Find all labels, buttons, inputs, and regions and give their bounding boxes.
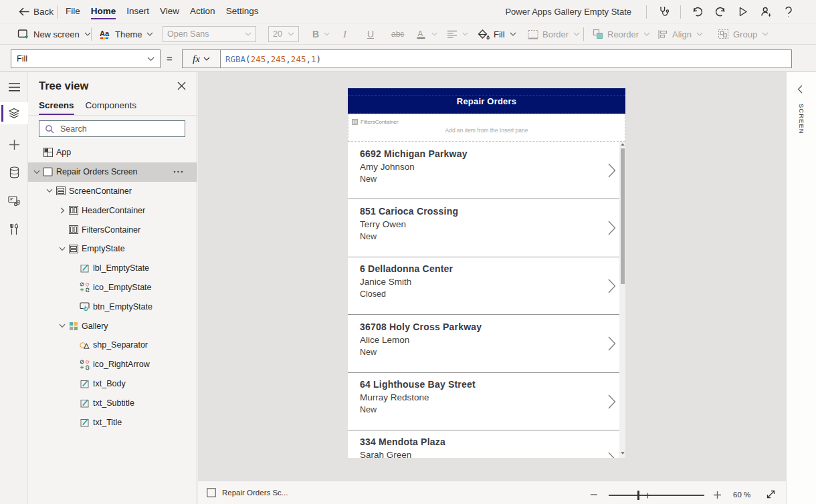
- group-button[interactable]: Group: [718, 24, 769, 44]
- tree-item-screencontainer[interactable]: ScreenContainer: [28, 182, 197, 201]
- theme-button[interactable]: Aa Theme: [100, 24, 153, 44]
- data-rail-icon[interactable]: [0, 160, 28, 184]
- chevron-right-icon[interactable]: [608, 394, 616, 409]
- more-options-icon[interactable]: [173, 170, 183, 173]
- fit-to-window-icon[interactable]: [766, 489, 776, 499]
- undo-icon[interactable]: [686, 6, 709, 17]
- scroll-down-icon[interactable]: [620, 452, 625, 457]
- font-size-select[interactable]: 20: [268, 26, 299, 42]
- share-icon[interactable]: [754, 6, 777, 18]
- tree-item-txt-subtitle[interactable]: txt_Subtitle: [28, 393, 197, 412]
- chevron-down-icon[interactable]: [45, 188, 54, 193]
- bold-button[interactable]: B: [312, 24, 330, 44]
- filters-container-label: FiltersContainer: [352, 119, 398, 125]
- hamburger-menu-icon[interactable]: [0, 75, 28, 99]
- insert-rail-icon[interactable]: [0, 132, 28, 156]
- menu-settings[interactable]: Settings: [226, 5, 259, 19]
- chevron-right-icon[interactable]: [608, 336, 616, 351]
- zoom-percentage[interactable]: 60 %: [733, 491, 750, 499]
- new-screen-button[interactable]: New screen: [17, 24, 91, 44]
- chevron-right-icon[interactable]: [608, 452, 616, 458]
- search-box[interactable]: [39, 120, 185, 137]
- app-header[interactable]: Repair Orders: [348, 88, 625, 114]
- text-align-button[interactable]: [447, 24, 468, 44]
- gallery-row[interactable]: 36708 Holy Cross Parkway Alice Lemon New: [348, 315, 625, 372]
- font-color-button[interactable]: A: [416, 24, 437, 44]
- fx-select-button[interactable]: fx: [182, 49, 220, 68]
- menu-home[interactable]: Home: [91, 5, 116, 19]
- align-button[interactable]: Align: [657, 24, 703, 44]
- tree-item-txt-title[interactable]: txt_Title: [28, 412, 197, 432]
- gallery-control[interactable]: 6692 Michigan Parkway Amy Johnson New 85…: [348, 142, 625, 458]
- italic-button[interactable]: I: [343, 24, 346, 44]
- media-rail-icon[interactable]: [0, 188, 28, 213]
- gallery-row[interactable]: 851 Carioca Crossing Terry Owen New: [348, 199, 625, 257]
- reorder-button[interactable]: Reorder: [593, 24, 650, 44]
- chevron-down-icon[interactable]: [32, 170, 41, 174]
- scrollbar-thumb[interactable]: [621, 148, 625, 284]
- tree-item-label: FiltersContainer: [82, 225, 140, 235]
- button-icon: [80, 302, 90, 311]
- text-align-icon: [447, 30, 457, 39]
- underline-button[interactable]: U: [367, 24, 374, 44]
- redo-icon[interactable]: [709, 6, 732, 17]
- tree-item-filterscontainer[interactable]: FiltersContainer: [28, 220, 197, 239]
- tree-item-emptystate[interactable]: EmptyState: [28, 239, 197, 259]
- strikethrough-button[interactable]: abc: [391, 24, 404, 44]
- play-icon[interactable]: [732, 6, 754, 17]
- zoom-in-icon[interactable]: [713, 491, 722, 499]
- tree-item-repair-orders-screen[interactable]: Repair Orders Screen: [28, 162, 197, 182]
- filters-container[interactable]: FiltersContainer Add an item from the In…: [348, 114, 625, 142]
- chevron-right-icon[interactable]: [608, 279, 616, 293]
- search-input[interactable]: [60, 124, 167, 134]
- advanced-tools-rail-icon[interactable]: [0, 217, 28, 241]
- border-label: Border: [542, 29, 569, 39]
- chevron-down-icon[interactable]: [58, 324, 67, 328]
- gallery-row[interactable]: 334 Mendota Plaza Sarah Green New: [348, 430, 625, 458]
- zoom-out-icon[interactable]: [590, 491, 598, 499]
- tree-item-ico-rightarrow[interactable]: ico_RightArrow: [28, 355, 197, 374]
- tab-components[interactable]: Components: [86, 100, 137, 115]
- expand-panel-icon[interactable]: [797, 85, 803, 94]
- help-icon[interactable]: [777, 6, 800, 18]
- gallery-row[interactable]: 64 Lighthouse Bay Street Murray Redstone…: [348, 373, 625, 430]
- gallery-item-subtitle: Terry Owen: [360, 219, 406, 229]
- fill-button[interactable]: Fill: [478, 24, 516, 44]
- app-checker-icon[interactable]: [652, 5, 675, 18]
- design-canvas[interactable]: Repair Orders FiltersContainer Add an it…: [198, 72, 786, 481]
- menu-action[interactable]: Action: [190, 5, 215, 19]
- chevron-right-icon[interactable]: [608, 163, 616, 178]
- close-icon[interactable]: [177, 82, 186, 90]
- scroll-up-icon[interactable]: [620, 143, 625, 148]
- tree-item-ico-emptystate[interactable]: ico_EmptyState: [28, 278, 197, 297]
- gallery-scrollbar[interactable]: [619, 142, 625, 458]
- tree-view-rail-icon[interactable]: [0, 102, 28, 124]
- chevron-down-icon[interactable]: [58, 247, 67, 251]
- tree-view-title: Tree view: [39, 80, 88, 92]
- zoom-slider-track[interactable]: [609, 495, 704, 496]
- zoom-slider-thumb[interactable]: [637, 491, 639, 500]
- font-family-select[interactable]: Open Sans: [163, 26, 256, 42]
- menu-view[interactable]: View: [160, 5, 179, 19]
- gallery-row[interactable]: 6 Delladonna Center Janice Smith Closed: [348, 257, 625, 315]
- tree-item-lbl-emptystate[interactable]: lbl_EmptyState: [28, 259, 197, 278]
- border-button[interactable]: Border: [528, 24, 580, 44]
- tree-item-shp-separator[interactable]: shp_Separator: [28, 336, 197, 355]
- chevron-down-icon: [510, 32, 516, 36]
- tree-item-headercontainer[interactable]: HeaderContainer: [28, 201, 197, 220]
- tab-screens[interactable]: Screens: [39, 100, 74, 115]
- tree-item-label: App: [56, 148, 71, 157]
- tree-item-btn-emptystate[interactable]: btn_EmptyState: [28, 297, 197, 316]
- back-button[interactable]: Back: [19, 7, 54, 17]
- property-select[interactable]: Fill: [11, 49, 161, 68]
- chevron-right-icon[interactable]: [608, 221, 616, 235]
- menu-file[interactable]: File: [66, 5, 80, 19]
- formula-input[interactable]: RGBA(245,245,245,1): [220, 49, 792, 68]
- chevron-right-icon[interactable]: [58, 207, 67, 214]
- menu-insert[interactable]: Insert: [126, 5, 149, 19]
- gallery-row[interactable]: 6692 Michigan Parkway Amy Johnson New: [348, 142, 625, 199]
- tree-item-txt-body[interactable]: txt_Body: [28, 374, 197, 394]
- tree-item-gallery[interactable]: Gallery: [28, 316, 197, 336]
- tree-item-app[interactable]: App: [28, 143, 197, 162]
- app-preview[interactable]: Repair Orders FiltersContainer Add an it…: [348, 88, 625, 458]
